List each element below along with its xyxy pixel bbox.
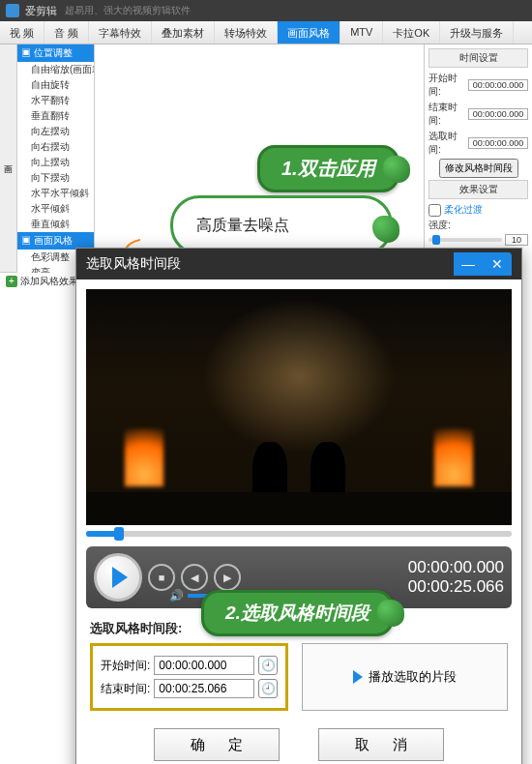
pick-end-time-button[interactable]: 🕘 (258, 679, 278, 698)
tab-6[interactable]: MTV (340, 21, 383, 44)
dlg-start-label: 开始时间: (101, 658, 150, 674)
tree-item[interactable]: 水平倾斜 (17, 201, 94, 217)
dialog-title: 选取风格时间段 (86, 255, 181, 273)
dlg-end-input[interactable] (154, 679, 254, 698)
dlg-end-label: 结束时间: (101, 681, 150, 697)
tab-3[interactable]: 叠加素材 (152, 21, 215, 44)
add-style-effect-button[interactable]: + 添加风格效果 (6, 275, 78, 288)
left-cat-0[interactable]: 画面 (0, 44, 16, 273)
right-settings-panel: 时间设置 开始时间:00:00:00.000 结束时间:00:00:00.000… (424, 44, 532, 273)
tree-item[interactable]: 垂直翻转 (17, 108, 94, 124)
stop-button[interactable]: ■ (148, 564, 175, 591)
strength-label: 强度: (429, 219, 451, 232)
tab-0[interactable]: 视 频 (0, 21, 44, 44)
dlg-start-input[interactable] (154, 656, 254, 675)
tab-4[interactable]: 转场特效 (215, 21, 278, 44)
time-settings-title: 时间设置 (429, 48, 528, 68)
tree-item[interactable]: 垂直倾斜 (17, 217, 94, 232)
tab-5[interactable]: 画面风格 (278, 21, 340, 44)
play-selection-button[interactable]: 播放选取的片段 (302, 643, 508, 711)
tree-item[interactable]: 自由缩放(画面裁剪) (17, 62, 94, 77)
start-value[interactable]: 00:00:00.000 (468, 79, 528, 91)
tab-2[interactable]: 字幕特效 (89, 21, 152, 44)
select-timerange-dialog: 选取风格时间段 — ✕ ■ ◀ ▶ 00:00:00.000 00:00:25.… (75, 248, 522, 764)
tree-item[interactable]: 向右摆动 (17, 139, 94, 155)
plus-icon: + (6, 276, 17, 287)
modify-timerange-button[interactable]: 修改风格时间段 (439, 159, 518, 178)
minimize-button[interactable]: — (454, 252, 483, 276)
center-area: 1.双击应用 高质量去噪点 (95, 44, 424, 273)
tree-item[interactable]: 水平翻转 (17, 93, 94, 108)
callout-step1: 1.双击应用 (257, 145, 399, 192)
end-label: 结束时间: (429, 101, 468, 128)
tree-group[interactable]: ▣ 位置调整 (17, 44, 94, 62)
cancel-button[interactable]: 取 消 (318, 728, 444, 761)
app-logo-icon (6, 4, 19, 17)
strength-value[interactable]: 10 (505, 234, 528, 246)
soft-transition-checkbox[interactable] (429, 204, 441, 217)
callout-step2: 2.选取风格时间段 (201, 590, 394, 636)
end-value[interactable]: 00:00:00.000 (468, 108, 528, 120)
close-button[interactable]: ✕ (483, 252, 512, 276)
sel-value[interactable]: 00:00:00.000 (468, 137, 528, 149)
strength-slider[interactable] (429, 238, 502, 242)
start-label: 开始时间: (429, 72, 468, 99)
time-current: 00:00:00.000 (408, 558, 504, 577)
sel-label: 选取时间: (429, 130, 468, 157)
dialog-titlebar: 选取风格时间段 — ✕ (76, 249, 521, 279)
soft-transition-label: 柔化过渡 (444, 203, 483, 217)
tree-item[interactable]: 向左摆动 (17, 124, 94, 139)
video-progress-bar[interactable] (86, 531, 512, 543)
video-preview[interactable] (86, 289, 512, 525)
tree-item[interactable]: 水平水平倾斜 (17, 186, 94, 201)
volume-icon[interactable]: 🔊 (169, 589, 184, 602)
app-titlebar: 爱剪辑 超易用、强大的视频剪辑软件 (0, 0, 532, 21)
effect-tooltip-text: 高质量去噪点 (196, 216, 289, 236)
play-icon (353, 670, 363, 684)
play-selection-label: 播放选取的片段 (369, 668, 457, 686)
play-button[interactable] (94, 553, 142, 602)
time-total: 00:00:25.066 (408, 577, 504, 597)
tab-8[interactable]: 升级与服务 (440, 21, 514, 44)
top-tabs: 视 频音 频字幕特效叠加素材转场特效画面风格MTV卡拉OK升级与服务 (0, 21, 532, 44)
timerange-inputs: 开始时间: 🕘 结束时间: 🕘 (90, 643, 288, 711)
tab-7[interactable]: 卡拉OK (383, 21, 440, 44)
app-subtitle: 超易用、强大的视频剪辑软件 (65, 4, 191, 17)
pick-start-time-button[interactable]: 🕘 (258, 656, 278, 675)
tree-item[interactable]: 向上摆动 (17, 155, 94, 170)
effect-tooltip: 高质量去噪点 (170, 195, 393, 255)
tree-item[interactable]: 向下摆动 (17, 170, 94, 186)
app-title: 爱剪辑 (25, 4, 57, 18)
ok-button[interactable]: 确 定 (154, 728, 280, 761)
next-frame-button[interactable]: ▶ (214, 564, 241, 591)
prev-frame-button[interactable]: ◀ (181, 564, 208, 591)
add-style-label: 添加风格效果 (20, 275, 78, 288)
tree-item[interactable]: 自由旋转 (17, 77, 94, 93)
tab-1[interactable]: 音 频 (44, 21, 89, 44)
effect-tree: ▣ 位置调整自由缩放(画面裁剪)自由旋转水平翻转垂直翻转向左摆动向右摆动向上摆动… (17, 44, 95, 273)
left-category-strip: 画面美化滤镜动景 (0, 44, 17, 273)
play-icon (112, 567, 128, 588)
effect-settings-title: 效果设置 (429, 180, 528, 199)
